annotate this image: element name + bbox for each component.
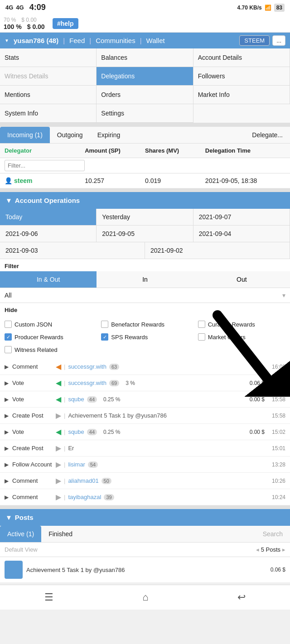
op-icon-vote-2: ◀ [56,395,61,404]
op-expand-vote-2[interactable]: ▶ [5,396,9,403]
op-user-create-2: Er [68,445,74,452]
op-expand-follow[interactable]: ▶ [5,461,9,468]
hide-item-benefactor[interactable]: Benefactor Rewards [97,318,193,331]
checkbox-curation[interactable] [198,321,205,328]
menu-item-balances[interactable]: Balances [97,48,193,67]
checkbox-witness[interactable] [5,346,12,353]
nav-separator-1: | [63,37,65,44]
nav-communities[interactable]: Communities [96,37,135,44]
menu-item-mentions[interactable]: Mentions [0,86,97,104]
shares-value: 0.019 [145,177,205,184]
filter-input[interactable] [5,160,85,171]
menu-item-system-info[interactable]: System Info [0,104,97,123]
op-expand-vote-1[interactable]: ▶ [5,380,9,386]
nav-feed[interactable]: Feed [69,37,85,44]
menu-item-followers[interactable]: Followers [193,67,290,86]
hide-label-curation: Curation Rewards [208,321,255,328]
menu-item-orders[interactable]: Orders [97,86,193,104]
nav-separator-3: | [140,37,142,44]
op-badge-comment-2: 50 [102,478,111,484]
hide-label-producer: Producer Rewards [14,334,63,341]
op-type-vote-3: Vote [12,428,53,435]
hide-item-curation[interactable]: Curation Rewards [193,318,290,331]
op-user-vote-2[interactable]: sqube [68,396,84,403]
date-d6[interactable]: 2021-09-02 [145,242,290,259]
op-separator-4: | [64,412,65,419]
checkbox-sps[interactable]: ✓ [101,333,108,341]
hide-item-witness[interactable]: Witness Related [0,343,97,356]
tab-outgoing[interactable]: Outgoing [50,127,90,143]
tab-search[interactable]: Search [256,526,290,542]
date-d2[interactable]: 2021-09-06 [0,226,97,242]
tab-incoming[interactable]: Incoming (1) [0,127,50,143]
op-time-vote-3: 15:02 [267,429,285,435]
op-expand-vote-3[interactable]: ▶ [5,429,9,435]
tab-active[interactable]: Active (1) [0,526,41,542]
op-expand-comment-2[interactable]: ▶ [5,478,9,484]
nav-wallet[interactable]: Wallet [146,37,165,44]
chevron-posts-left: ◂ [256,546,259,553]
op-separator-7: | [64,461,65,468]
op-expand-create-1[interactable]: ▶ [5,413,9,419]
top-bar: 70 % $ 0.00 100 % $ 0.00 #help [0,15,290,33]
default-view-label: Default View [5,546,38,553]
hide-item-market[interactable]: Market Orders [193,331,290,343]
delegator-name[interactable]: steem [14,177,32,184]
checkbox-market[interactable] [198,333,205,341]
menu-item-stats[interactable]: Stats [0,48,97,67]
date-yesterday[interactable]: Yesterday [97,209,193,225]
op-type-create-2: Create Post [12,445,53,452]
op-user-comment-1[interactable]: successgr.with [68,363,106,370]
op-user-comment-3[interactable]: tayibaghazal [68,494,101,500]
op-user-follow[interactable]: lisimar [68,461,85,468]
menu-item-settings[interactable]: Settings [97,104,193,123]
menu-item-delegations[interactable]: Delegations [97,67,193,86]
checkbox-producer[interactable]: ✓ [5,333,12,341]
checkbox-benefactor[interactable] [101,321,108,328]
back-icon[interactable]: ↩ [237,591,246,603]
op-expand-comment-1[interactable]: ▶ [5,364,9,370]
hide-label: Hide [0,303,290,315]
steem-button[interactable]: STEEM [239,35,270,46]
top-bar-row-2: 100 % $ 0.00 [4,23,49,30]
op-badge-vote-3: 44 [87,429,97,435]
menu-item-market-info[interactable]: Market Info [193,86,290,104]
date-today[interactable]: Today [0,209,97,225]
op-time-vote-1: 16:03 [267,380,285,386]
filter-tab-out[interactable]: Out [193,271,290,288]
home-icon[interactable]: ⌂ [142,591,148,603]
op-separator-9: | [64,494,65,500]
op-separator-5: | [64,428,65,435]
date-d1[interactable]: 2021-09-07 [193,209,290,225]
op-value-vote-2: 0.00 $ [250,396,265,403]
op-user-comment-2[interactable]: aliahmad01 [68,477,98,484]
dots-button[interactable]: ... [272,35,285,46]
date-d5[interactable]: 2021-09-03 [0,242,145,259]
filter-tab-in-out[interactable]: In & Out [0,271,97,288]
date-d4[interactable]: 2021-09-04 [193,226,290,242]
hide-item-custom-json[interactable]: Custom JSON [0,318,97,331]
filter-tab-in[interactable]: In [97,271,193,288]
tab-expiring[interactable]: Expiring [90,127,128,143]
account-ops-header: ▼ Account Operations [0,192,290,209]
post-row[interactable]: Achievement 5 Task 1 by @yusan786 0.06 $ [0,557,290,583]
hide-item-producer[interactable]: ✓ Producer Rewards [0,331,97,343]
op-user-vote-1[interactable]: successgr.with [68,380,106,386]
menu-icon[interactable]: ☰ [44,591,53,603]
op-expand-create-2[interactable]: ▶ [5,445,9,452]
hide-item-sps[interactable]: ✓ SPS Rewards [97,331,193,343]
op-row-create-2: ▶ Create Post ▶ | Er 15:01 [0,440,290,457]
date-d3[interactable]: 2021-09-05 [97,226,193,242]
checkbox-custom-json[interactable] [5,321,12,328]
op-expand-comment-3[interactable]: ▶ [5,494,9,500]
op-type-vote-2: Vote [12,396,53,403]
tab-delegate[interactable]: Delegate... [245,127,290,143]
help-tag[interactable]: #help [53,18,78,29]
nav-bar: ▼ yusan786 (48) | Feed | Communities | W… [0,33,290,48]
op-separator-2: | [64,380,65,386]
tab-finished[interactable]: Finished [41,526,80,542]
all-row[interactable]: All ▾ [0,288,290,303]
username-label[interactable]: yusan786 (48) [14,37,58,44]
op-user-vote-3[interactable]: sqube [68,428,84,435]
menu-item-account-details[interactable]: Account Details [193,48,290,67]
